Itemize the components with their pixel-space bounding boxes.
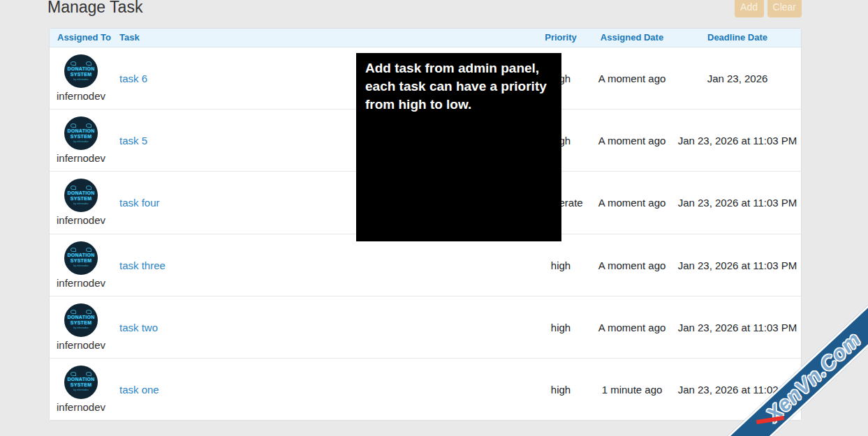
assigned-user[interactable]: DONATION SYSTEM by infernodev infernodev	[50, 241, 112, 289]
table-row: DONATION SYSTEM by infernodev infernodev…	[50, 296, 801, 359]
avatar-text: DONATION	[67, 128, 94, 134]
username: infernodev	[50, 277, 112, 289]
page-title: Manage Task	[47, 0, 142, 17]
deadline-date-value: Jan 23, 2026 at 11:03 PM	[668, 197, 807, 209]
assigned-date-value: A moment ago	[590, 73, 674, 84]
assigned-user[interactable]: DONATION SYSTEM by infernodev infernodev	[50, 179, 112, 226]
header-assigned-to: Assigned To	[57, 29, 111, 47]
task-link[interactable]: task two	[119, 321, 158, 333]
assigned-user[interactable]: DONATION SYSTEM by infernodev infernodev	[50, 366, 112, 413]
avatar-text: SYSTEM	[71, 320, 92, 326]
hand-coin-icon	[71, 372, 91, 376]
username: infernodev	[50, 214, 112, 226]
hand-coin-icon	[71, 123, 91, 128]
avatar[interactable]: DONATION SYSTEM by infernodev	[64, 241, 98, 275]
header-deadline-date: Deadline Date	[668, 29, 807, 47]
avatar-text: SYSTEM	[71, 72, 92, 77]
assigned-user[interactable]: DONATION SYSTEM by infernodev infernodev	[50, 303, 112, 351]
avatar-subtext: by infernodev	[73, 265, 89, 267]
avatar[interactable]: DONATION SYSTEM by infernodev	[64, 303, 98, 337]
table-row: DONATION SYSTEM by infernodev infernodev…	[50, 234, 801, 296]
avatar[interactable]: DONATION SYSTEM by infernodev	[64, 179, 98, 212]
task-link[interactable]: task one	[119, 383, 159, 395]
header-task: Task	[119, 29, 140, 47]
username: infernodev	[50, 152, 112, 164]
task-link[interactable]: task 6	[119, 73, 147, 84]
avatar-subtext: by infernodev	[73, 389, 89, 391]
assigned-user[interactable]: DONATION SYSTEM by infernodev infernodev	[50, 116, 112, 164]
task-link[interactable]: task three	[119, 259, 165, 271]
deadline-date-value: Jan 23, 2026 at 11:03 PM	[668, 259, 807, 271]
deadline-date-value: Jan 23, 2026 at 11:03 PM	[668, 321, 807, 333]
avatar-text: DONATION	[67, 66, 94, 72]
task-link[interactable]: task 5	[119, 135, 147, 146]
hand-coin-icon	[71, 248, 91, 252]
deadline-date-value: Jan 23, 2026 at 11:03 PM	[668, 135, 807, 146]
assigned-date-value: A moment ago	[590, 135, 674, 146]
tooltip-text: Add task from admin panel, each task can…	[365, 61, 547, 112]
avatar-text: DONATION	[67, 253, 94, 258]
avatar-subtext: by infernodev	[73, 327, 89, 329]
hand-coin-icon	[71, 310, 91, 314]
avatar-text: SYSTEM	[71, 196, 92, 202]
username: infernodev	[50, 339, 112, 351]
avatar-text: SYSTEM	[71, 258, 92, 264]
table-header-row: Assigned To Task Priority Assigned Date …	[50, 29, 801, 47]
header-assigned-date: Assigned Date	[590, 29, 674, 47]
avatar-subtext: by infernodev	[73, 140, 89, 142]
assigned-date-value: A moment ago	[590, 259, 674, 271]
tooltip-overlay: Add task from admin panel, each task can…	[356, 53, 561, 241]
username: infernodev	[50, 401, 112, 413]
toolbar: Add Clear	[735, 0, 802, 17]
avatar[interactable]: DONATION SYSTEM by infernodev	[64, 366, 98, 399]
assigned-date-value: 1 minute ago	[590, 383, 674, 395]
avatar-subtext: by infernodev	[73, 202, 89, 204]
assigned-date-value: A moment ago	[590, 197, 674, 209]
task-link[interactable]: task four	[119, 197, 160, 209]
assigned-date-value: A moment ago	[590, 321, 674, 333]
hand-coin-icon	[71, 186, 91, 190]
assigned-user[interactable]: DONATION SYSTEM by infernodev infernodev	[50, 54, 112, 102]
avatar-text: SYSTEM	[71, 382, 92, 388]
avatar[interactable]: DONATION SYSTEM by infernodev	[64, 54, 98, 88]
hand-coin-icon	[71, 61, 91, 66]
avatar[interactable]: DONATION SYSTEM by infernodev	[64, 116, 98, 150]
avatar-text: DONATION	[67, 190, 94, 196]
avatar-text: DONATION	[67, 315, 94, 320]
avatar-text: SYSTEM	[71, 134, 92, 140]
table-row: DONATION SYSTEM by infernodev infernodev…	[50, 359, 801, 420]
avatar-subtext: by infernodev	[73, 78, 89, 80]
username: infernodev	[50, 90, 112, 102]
add-button[interactable]: Add	[735, 0, 764, 17]
deadline-date-value: Jan 23, 2026	[668, 73, 807, 84]
clear-button[interactable]: Clear	[767, 0, 802, 17]
